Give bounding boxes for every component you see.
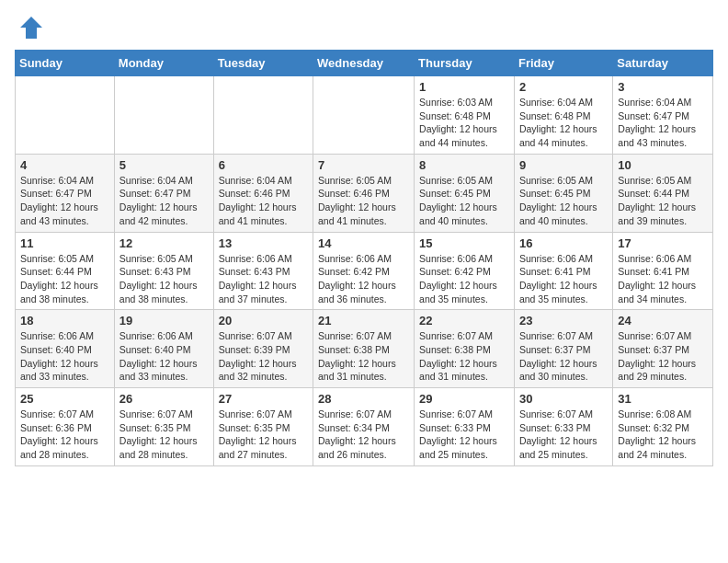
day-cell <box>114 76 213 155</box>
header-friday: Friday <box>514 51 612 76</box>
day-info: Sunrise: 6:07 AMSunset: 6:37 PMDaylight:… <box>618 329 708 384</box>
day-cell: 23Sunrise: 6:07 AMSunset: 6:37 PMDayligh… <box>514 310 612 388</box>
day-cell: 15Sunrise: 6:06 AMSunset: 6:42 PMDayligh… <box>415 232 515 310</box>
day-info: Sunrise: 6:05 AMSunset: 6:45 PMDaylight:… <box>419 174 509 228</box>
header-saturday: Saturday <box>613 51 713 76</box>
header-wednesday: Wednesday <box>313 51 415 76</box>
day-cell: 1Sunrise: 6:03 AMSunset: 6:48 PMDaylight… <box>415 76 515 155</box>
day-number: 9 <box>519 158 608 172</box>
day-cell: 25Sunrise: 6:07 AMSunset: 6:36 PMDayligh… <box>16 388 115 466</box>
day-cell: 11Sunrise: 6:05 AMSunset: 6:44 PMDayligh… <box>16 232 115 310</box>
day-cell: 24Sunrise: 6:07 AMSunset: 6:37 PMDayligh… <box>613 310 713 388</box>
day-info: Sunrise: 6:04 AMSunset: 6:46 PMDaylight:… <box>219 174 308 228</box>
day-number: 20 <box>219 314 308 327</box>
day-number: 15 <box>419 236 509 250</box>
day-info: Sunrise: 6:06 AMSunset: 6:43 PMDaylight:… <box>219 252 308 306</box>
svg-marker-0 <box>20 17 42 39</box>
day-number: 29 <box>419 392 509 406</box>
day-number: 16 <box>519 236 608 250</box>
day-info: Sunrise: 6:06 AMSunset: 6:40 PMDaylight:… <box>119 329 209 384</box>
day-number: 4 <box>20 158 109 172</box>
day-info: Sunrise: 6:04 AMSunset: 6:47 PMDaylight:… <box>20 174 109 228</box>
day-number: 30 <box>519 392 608 406</box>
day-number: 28 <box>318 392 409 406</box>
day-info: Sunrise: 6:04 AMSunset: 6:48 PMDaylight:… <box>519 96 608 150</box>
header-monday: Monday <box>114 51 213 76</box>
calendar-table: SundayMondayTuesdayWednesdayThursdayFrid… <box>15 50 713 466</box>
day-cell <box>313 76 415 155</box>
logo <box>15 15 44 40</box>
day-cell: 8Sunrise: 6:05 AMSunset: 6:45 PMDaylight… <box>415 154 515 232</box>
day-cell: 22Sunrise: 6:07 AMSunset: 6:38 PMDayligh… <box>415 310 515 388</box>
week-row-4: 18Sunrise: 6:06 AMSunset: 6:40 PMDayligh… <box>16 310 713 388</box>
header-thursday: Thursday <box>415 51 515 76</box>
day-number: 5 <box>119 158 209 172</box>
day-number: 24 <box>618 314 708 327</box>
day-info: Sunrise: 6:07 AMSunset: 6:33 PMDaylight:… <box>519 408 608 462</box>
day-cell <box>213 76 313 155</box>
day-cell: 31Sunrise: 6:08 AMSunset: 6:32 PMDayligh… <box>613 388 713 466</box>
day-cell: 17Sunrise: 6:06 AMSunset: 6:41 PMDayligh… <box>613 232 713 310</box>
day-info: Sunrise: 6:05 AMSunset: 6:43 PMDaylight:… <box>119 252 209 306</box>
day-number: 13 <box>219 236 308 250</box>
day-info: Sunrise: 6:07 AMSunset: 6:34 PMDaylight:… <box>318 408 409 462</box>
day-number: 21 <box>318 314 409 327</box>
header-tuesday: Tuesday <box>213 51 313 76</box>
day-number: 19 <box>119 314 209 327</box>
day-number: 23 <box>519 314 608 327</box>
day-cell: 14Sunrise: 6:06 AMSunset: 6:42 PMDayligh… <box>313 232 415 310</box>
day-info: Sunrise: 6:07 AMSunset: 6:39 PMDaylight:… <box>219 329 308 384</box>
day-info: Sunrise: 6:07 AMSunset: 6:33 PMDaylight:… <box>419 408 509 462</box>
day-info: Sunrise: 6:04 AMSunset: 6:47 PMDaylight:… <box>119 174 209 228</box>
day-cell: 6Sunrise: 6:04 AMSunset: 6:46 PMDaylight… <box>213 154 313 232</box>
day-cell: 18Sunrise: 6:06 AMSunset: 6:40 PMDayligh… <box>16 310 115 388</box>
day-info: Sunrise: 6:04 AMSunset: 6:47 PMDaylight:… <box>618 96 708 150</box>
day-info: Sunrise: 6:06 AMSunset: 6:42 PMDaylight:… <box>419 252 509 306</box>
day-cell: 7Sunrise: 6:05 AMSunset: 6:46 PMDaylight… <box>313 154 415 232</box>
day-cell: 5Sunrise: 6:04 AMSunset: 6:47 PMDaylight… <box>114 154 213 232</box>
day-number: 3 <box>618 80 708 94</box>
day-info: Sunrise: 6:05 AMSunset: 6:45 PMDaylight:… <box>519 174 608 228</box>
week-row-1: 1Sunrise: 6:03 AMSunset: 6:48 PMDaylight… <box>16 76 713 155</box>
day-info: Sunrise: 6:06 AMSunset: 6:41 PMDaylight:… <box>618 252 708 306</box>
calendar-header: SundayMondayTuesdayWednesdayThursdayFrid… <box>16 51 713 76</box>
day-cell <box>16 76 115 155</box>
day-cell: 9Sunrise: 6:05 AMSunset: 6:45 PMDaylight… <box>514 154 612 232</box>
day-number: 10 <box>618 158 708 172</box>
day-cell: 28Sunrise: 6:07 AMSunset: 6:34 PMDayligh… <box>313 388 415 466</box>
day-info: Sunrise: 6:07 AMSunset: 6:35 PMDaylight:… <box>119 408 209 462</box>
day-info: Sunrise: 6:05 AMSunset: 6:44 PMDaylight:… <box>20 252 109 306</box>
day-number: 8 <box>419 158 509 172</box>
day-info: Sunrise: 6:05 AMSunset: 6:46 PMDaylight:… <box>318 174 409 228</box>
week-row-3: 11Sunrise: 6:05 AMSunset: 6:44 PMDayligh… <box>16 232 713 310</box>
day-number: 11 <box>20 236 109 250</box>
day-cell: 12Sunrise: 6:05 AMSunset: 6:43 PMDayligh… <box>114 232 213 310</box>
day-info: Sunrise: 6:03 AMSunset: 6:48 PMDaylight:… <box>419 96 509 150</box>
page-header <box>15 15 713 40</box>
day-info: Sunrise: 6:05 AMSunset: 6:44 PMDaylight:… <box>618 174 708 228</box>
week-row-5: 25Sunrise: 6:07 AMSunset: 6:36 PMDayligh… <box>16 388 713 466</box>
day-cell: 16Sunrise: 6:06 AMSunset: 6:41 PMDayligh… <box>514 232 612 310</box>
day-cell: 13Sunrise: 6:06 AMSunset: 6:43 PMDayligh… <box>213 232 313 310</box>
day-info: Sunrise: 6:07 AMSunset: 6:38 PMDaylight:… <box>419 329 509 384</box>
day-number: 25 <box>20 392 109 406</box>
day-number: 26 <box>119 392 209 406</box>
day-number: 6 <box>219 158 308 172</box>
day-info: Sunrise: 6:06 AMSunset: 6:41 PMDaylight:… <box>519 252 608 306</box>
day-cell: 26Sunrise: 6:07 AMSunset: 6:35 PMDayligh… <box>114 388 213 466</box>
day-info: Sunrise: 6:06 AMSunset: 6:42 PMDaylight:… <box>318 252 409 306</box>
day-info: Sunrise: 6:07 AMSunset: 6:36 PMDaylight:… <box>20 408 109 462</box>
day-cell: 30Sunrise: 6:07 AMSunset: 6:33 PMDayligh… <box>514 388 612 466</box>
day-info: Sunrise: 6:07 AMSunset: 6:37 PMDaylight:… <box>519 329 608 384</box>
day-number: 27 <box>219 392 308 406</box>
day-number: 7 <box>318 158 409 172</box>
day-number: 1 <box>419 80 509 94</box>
day-info: Sunrise: 6:07 AMSunset: 6:35 PMDaylight:… <box>219 408 308 462</box>
day-number: 17 <box>618 236 708 250</box>
day-number: 18 <box>20 314 109 327</box>
day-info: Sunrise: 6:07 AMSunset: 6:38 PMDaylight:… <box>318 329 409 384</box>
day-cell: 19Sunrise: 6:06 AMSunset: 6:40 PMDayligh… <box>114 310 213 388</box>
day-number: 14 <box>318 236 409 250</box>
day-cell: 20Sunrise: 6:07 AMSunset: 6:39 PMDayligh… <box>213 310 313 388</box>
day-cell: 27Sunrise: 6:07 AMSunset: 6:35 PMDayligh… <box>213 388 313 466</box>
